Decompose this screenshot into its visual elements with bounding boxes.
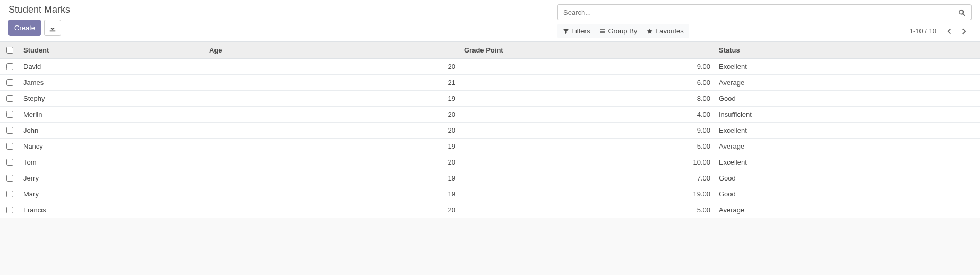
cell-grade-point[interactable]: 9.00: [460, 59, 715, 75]
filters-button[interactable]: Filters: [558, 25, 594, 37]
cell-status[interactable]: Excellent: [715, 154, 895, 170]
cell-status[interactable]: Excellent: [715, 59, 895, 75]
cell-spacer: [895, 123, 980, 139]
row-checkbox[interactable]: [6, 63, 13, 70]
select-all-checkbox[interactable]: [6, 47, 13, 54]
row-checkbox[interactable]: [6, 79, 13, 86]
cell-status[interactable]: Average: [715, 75, 895, 91]
cell-status[interactable]: Good: [715, 91, 895, 107]
table-row[interactable]: Francis205.00Average: [0, 202, 980, 218]
cell-spacer: [895, 170, 980, 186]
cell-grade-point[interactable]: 19.00: [460, 186, 715, 202]
row-checkbox-cell: [0, 186, 19, 202]
cell-age[interactable]: 19: [205, 139, 460, 154]
filters-label: Filters: [571, 27, 590, 35]
table-row[interactable]: Stephy198.00Good: [0, 91, 980, 107]
chevron-left-icon: [945, 27, 953, 35]
cell-age[interactable]: 20: [205, 107, 460, 123]
cell-student[interactable]: Jerry: [19, 170, 205, 186]
cell-grade-point[interactable]: 5.00: [460, 139, 715, 154]
table-row[interactable]: Tom2010.00Excellent: [0, 154, 980, 170]
cell-student[interactable]: Tom: [19, 154, 205, 170]
cell-age[interactable]: 19: [205, 91, 460, 107]
row-checkbox-cell: [0, 75, 19, 91]
cell-student[interactable]: James: [19, 75, 205, 91]
column-header-student[interactable]: Student: [19, 42, 205, 59]
row-checkbox[interactable]: [6, 143, 13, 150]
cell-grade-point[interactable]: 7.00: [460, 170, 715, 186]
favorites-button[interactable]: Favorites: [642, 25, 687, 37]
cell-student[interactable]: Mary: [19, 186, 205, 202]
search-icon: [958, 8, 966, 16]
row-checkbox[interactable]: [6, 191, 13, 197]
row-checkbox[interactable]: [6, 207, 13, 213]
search-input[interactable]: [561, 7, 956, 18]
cell-spacer: [895, 107, 980, 123]
row-checkbox-cell: [0, 170, 19, 186]
row-checkbox-cell: [0, 202, 19, 218]
cell-status[interactable]: Insufficient: [715, 107, 895, 123]
search-button[interactable]: [956, 8, 968, 16]
cell-grade-point[interactable]: 8.00: [460, 91, 715, 107]
table-row[interactable]: Merlin204.00Insufficient: [0, 107, 980, 123]
cell-student[interactable]: David: [19, 59, 205, 75]
cell-status[interactable]: Average: [715, 139, 895, 154]
cell-age[interactable]: 20: [205, 202, 460, 218]
cell-age[interactable]: 19: [205, 170, 460, 186]
page-title: Student Marks: [8, 4, 70, 15]
table-row[interactable]: David209.00Excellent: [0, 59, 980, 75]
column-header-status[interactable]: Status: [715, 42, 895, 59]
cell-spacer: [895, 139, 980, 154]
row-checkbox[interactable]: [6, 159, 13, 166]
list-icon: [599, 27, 606, 35]
pager-range[interactable]: 1-10 / 10: [909, 27, 936, 35]
cell-age[interactable]: 19: [205, 186, 460, 202]
create-button[interactable]: Create: [8, 20, 41, 36]
table-row[interactable]: James216.00Average: [0, 75, 980, 91]
table-row[interactable]: Nancy195.00Average: [0, 139, 980, 154]
cell-grade-point[interactable]: 9.00: [460, 123, 715, 139]
column-header-spacer: [895, 42, 980, 59]
cell-grade-point[interactable]: 6.00: [460, 75, 715, 91]
cell-age[interactable]: 21: [205, 75, 460, 91]
column-header-grade-point[interactable]: Grade Point: [460, 42, 715, 59]
cell-grade-point[interactable]: 5.00: [460, 202, 715, 218]
cell-student[interactable]: John: [19, 123, 205, 139]
cell-student[interactable]: Merlin: [19, 107, 205, 123]
row-checkbox-cell: [0, 154, 19, 170]
table-row[interactable]: John209.00Excellent: [0, 123, 980, 139]
student-table: Student Age Grade Point Status David209.…: [0, 41, 980, 218]
row-checkbox[interactable]: [6, 127, 13, 134]
cell-spacer: [895, 59, 980, 75]
cell-status[interactable]: Good: [715, 186, 895, 202]
cell-age[interactable]: 20: [205, 123, 460, 139]
cell-student[interactable]: Nancy: [19, 139, 205, 154]
search-box[interactable]: [557, 4, 972, 20]
row-checkbox-cell: [0, 59, 19, 75]
export-button[interactable]: [44, 20, 61, 36]
cell-status[interactable]: Excellent: [715, 123, 895, 139]
favorites-label: Favorites: [655, 27, 683, 35]
table-row[interactable]: Mary1919.00Good: [0, 186, 980, 202]
cell-age[interactable]: 20: [205, 59, 460, 75]
cell-student[interactable]: Stephy: [19, 91, 205, 107]
cell-status[interactable]: Good: [715, 170, 895, 186]
cell-spacer: [895, 91, 980, 107]
cell-spacer: [895, 75, 980, 91]
pager-next-button[interactable]: [957, 23, 972, 38]
row-checkbox[interactable]: [6, 111, 13, 118]
funnel-icon: [563, 27, 569, 35]
cell-grade-point[interactable]: 10.00: [460, 154, 715, 170]
cell-status[interactable]: Average: [715, 202, 895, 218]
table-row[interactable]: Jerry197.00Good: [0, 170, 980, 186]
pager-prev-button[interactable]: [942, 23, 957, 38]
groupby-button[interactable]: Group By: [595, 25, 641, 37]
cell-student[interactable]: Francis: [19, 202, 205, 218]
row-checkbox-cell: [0, 123, 19, 139]
row-checkbox[interactable]: [6, 95, 13, 102]
column-header-age[interactable]: Age: [205, 42, 460, 59]
download-icon: [49, 23, 56, 32]
cell-grade-point[interactable]: 4.00: [460, 107, 715, 123]
row-checkbox[interactable]: [6, 175, 13, 182]
cell-age[interactable]: 20: [205, 154, 460, 170]
